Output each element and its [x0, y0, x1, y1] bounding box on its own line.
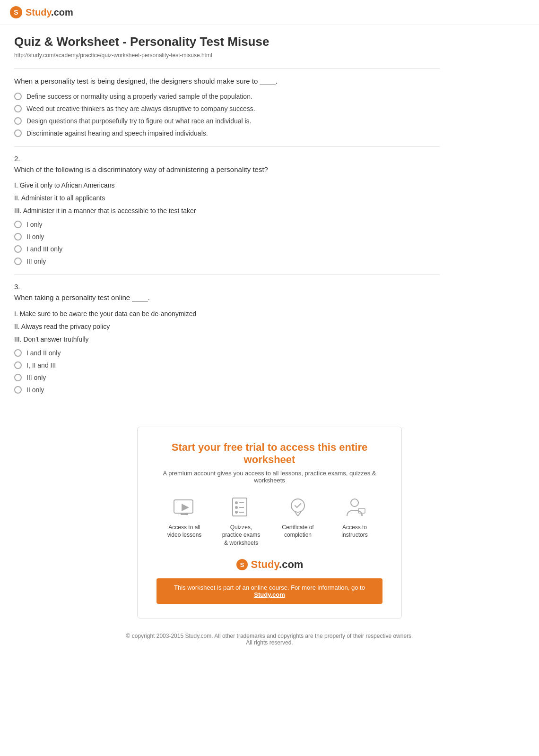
radio-option[interactable] — [14, 129, 22, 137]
option-label: I, II and III — [26, 361, 56, 369]
cta-logo: S Study.com — [156, 558, 383, 571]
list-item[interactable]: I only — [14, 221, 440, 228]
svg-point-6 — [235, 501, 238, 504]
radio-option[interactable] — [14, 233, 22, 241]
cta-logo-icon: S — [236, 558, 248, 571]
list-item[interactable]: II only — [14, 386, 440, 394]
radio-option[interactable] — [14, 93, 22, 100]
radio-option[interactable] — [14, 386, 22, 394]
svg-text:S: S — [240, 561, 244, 568]
q3-sub-1: I. Make sure to be aware the your data c… — [14, 309, 440, 319]
divider-2 — [14, 275, 440, 275]
instructors-icon — [342, 495, 367, 520]
question-2-text: Which of the following is a discriminato… — [14, 164, 440, 175]
radio-option[interactable] — [14, 245, 22, 253]
list-item[interactable]: II only — [14, 233, 440, 241]
list-item[interactable]: I, II and III — [14, 361, 440, 369]
certificate-label: Certificate of completion — [277, 524, 319, 540]
instructors-label: Access to instructors — [333, 524, 376, 540]
question-3: 3. When taking a personality test online… — [14, 283, 440, 394]
radio-option[interactable] — [14, 105, 22, 112]
option-label: Design questions that purposefully try t… — [26, 117, 252, 125]
question-1-options: Define success or normality using a prop… — [14, 93, 440, 137]
option-label: III only — [26, 258, 46, 265]
question-2-options: I only II only I and III only III only — [14, 221, 440, 265]
svg-line-14 — [298, 512, 301, 516]
question-2: 2. Which of the following is a discrimin… — [14, 155, 440, 266]
svg-point-7 — [235, 506, 238, 509]
option-label: I only — [26, 221, 42, 228]
svg-point-8 — [235, 511, 238, 514]
video-lessons-label: Access to all video lessons — [163, 524, 206, 540]
list-item[interactable]: I and III only — [14, 245, 440, 253]
radio-option[interactable] — [14, 361, 22, 369]
option-label: I and II only — [26, 349, 61, 357]
q3-sub-3: III. Don't answer truthfully — [14, 335, 440, 344]
cta-footer-bar: This worksheet is part of an online cour… — [156, 578, 383, 604]
divider-1 — [14, 146, 440, 147]
page-url: http://study.com/academy/practice/quiz-w… — [14, 52, 440, 59]
feature-video-lessons: Access to all video lessons — [163, 495, 206, 547]
question-3-number: 3. — [14, 283, 440, 291]
q2-sub-3: III. Administer it in a manner that is a… — [14, 206, 440, 216]
option-label: III only — [26, 374, 46, 381]
question-2-number: 2. — [14, 155, 440, 163]
radio-option[interactable] — [14, 258, 22, 265]
list-item[interactable]: III only — [14, 374, 440, 381]
question-3-options: I and II only I, II and III III only II … — [14, 349, 440, 394]
copyright: © copyright 2003-2015 Study.com. All oth… — [0, 633, 539, 655]
main-content: Quiz & Worksheet - Personality Test Misu… — [0, 25, 454, 412]
option-label: Discriminate against hearing and speech … — [26, 129, 208, 137]
divider-top — [14, 68, 440, 69]
logo-text: Study.com — [26, 7, 73, 18]
copyright-line2: All rights reserved. — [0, 639, 539, 646]
list-item[interactable]: Design questions that purposefully try t… — [14, 117, 440, 125]
option-label: Define success or normality using a prop… — [26, 93, 252, 100]
cta-subtitle: A premium account gives you access to al… — [156, 470, 383, 484]
question-1-text: When a personality test is being designe… — [14, 76, 440, 87]
cta-footer-link[interactable]: Study.com — [254, 591, 285, 598]
list-item[interactable]: Discriminate against hearing and speech … — [14, 129, 440, 137]
site-header: S Study.com — [0, 0, 539, 25]
quizzes-icon — [229, 495, 253, 520]
question-1: When a personality test is being designe… — [14, 76, 440, 137]
list-item[interactable]: Define success or normality using a prop… — [14, 93, 440, 100]
feature-instructors: Access to instructors — [333, 495, 376, 547]
cta-box: Start your free trial to access this ent… — [137, 427, 402, 619]
copyright-line1: © copyright 2003-2015 Study.com. All oth… — [0, 633, 539, 639]
svg-point-12 — [291, 499, 304, 512]
page-title: Quiz & Worksheet - Personality Test Misu… — [14, 34, 440, 49]
q2-sub-2: II. Administer it to all applicants — [14, 193, 440, 203]
radio-option[interactable] — [14, 349, 22, 357]
radio-option[interactable] — [14, 221, 22, 228]
list-item[interactable]: III only — [14, 258, 440, 265]
cta-logo-text: Study.com — [251, 558, 304, 571]
logo-icon: S — [9, 6, 23, 19]
cta-title: Start your free trial to access this ent… — [156, 441, 383, 466]
option-label: I and III only — [26, 245, 62, 253]
question-3-text: When taking a personality test online __… — [14, 292, 440, 303]
cta-footer-text: This worksheet is part of an online cour… — [174, 584, 365, 591]
svg-line-13 — [295, 512, 298, 516]
video-lessons-icon — [172, 495, 197, 520]
q2-sub-1: I. Give it only to African Americans — [14, 180, 440, 190]
radio-option[interactable] — [14, 374, 22, 381]
feature-certificate: Certificate of completion — [277, 495, 319, 547]
list-item[interactable]: Weed out creative thinkers as they are a… — [14, 105, 440, 112]
option-label: II only — [26, 386, 44, 394]
certificate-icon — [286, 495, 310, 520]
option-label: II only — [26, 233, 44, 241]
svg-text:S: S — [14, 9, 18, 16]
svg-rect-4 — [181, 513, 188, 515]
svg-point-15 — [351, 499, 358, 507]
q3-sub-2: II. Always read the privacy policy — [14, 322, 440, 332]
option-label: Weed out creative thinkers as they are a… — [26, 105, 255, 112]
cta-features: Access to all video lessons Quizzes, pra… — [156, 495, 383, 547]
svg-marker-3 — [182, 504, 189, 511]
radio-option[interactable] — [14, 117, 22, 125]
quizzes-label: Quizzes, practice exams & worksheets — [220, 524, 262, 547]
logo[interactable]: S Study.com — [9, 6, 530, 19]
list-item[interactable]: I and II only — [14, 349, 440, 357]
feature-quizzes: Quizzes, practice exams & worksheets — [220, 495, 262, 547]
